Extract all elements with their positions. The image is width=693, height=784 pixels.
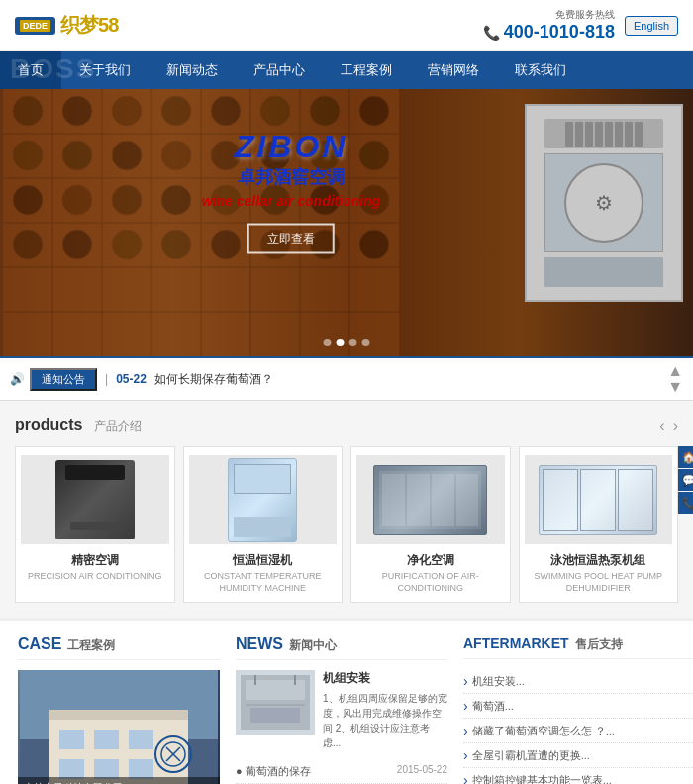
svg-point-15 [112, 96, 142, 126]
sidebar-icon-chat[interactable]: 💬 [678, 469, 693, 491]
news-featured: 机组安装 1、机组四周应保留足够的宽度，风出用完成维修操作空间 2、机组设计应注… [236, 670, 447, 750]
product-name-en-4: SWIMMING POOL HEAT PUMP DEHUMIDIFIER [525, 571, 673, 594]
aftermarket-item-2[interactable]: 葡萄酒... [463, 694, 693, 719]
case-col: CASE 工程案例 [10, 636, 228, 784]
aftermarket-col: AFTERMARKET 售后支持 机组安装... 葡萄酒... 储藏了葡萄酒空调… [455, 636, 693, 784]
svg-point-18 [260, 96, 290, 126]
news-col: NEWS 新闻中心 机组安装 1、机组四周应保留足够的宽度， [228, 636, 455, 784]
products-nav: ‹ › [659, 417, 678, 435]
banner-dot-4[interactable] [362, 339, 370, 346]
notice-date: 05-22 [116, 372, 147, 386]
three-col-section: CASE 工程案例 [0, 618, 693, 784]
product-img-1 [21, 455, 169, 544]
logo-dede-badge: DEDE [20, 20, 50, 32]
aftermarket-item-4[interactable]: 全屋引霸机置遭的更换... [463, 743, 693, 768]
products-next[interactable]: › [673, 417, 678, 435]
banner-subtitle: wine cellar air conditioning [202, 192, 380, 208]
banner-dot-2[interactable] [337, 339, 345, 346]
products-section: products 产品介绍 ‹ › 精密空调 PRECISION AIR CON… [0, 401, 693, 618]
product-card-4[interactable]: 泳池恒温热泵机组 SWIMMING POOL HEAT PUMP DEHUMID… [519, 446, 679, 603]
nav-item-home[interactable]: 首页 [0, 51, 61, 89]
product-img-2 [189, 455, 338, 544]
banner-text: ZIBON 卓邦酒窖空调 wine cellar air conditionin… [202, 128, 380, 253]
notice-sound-icon: 🔊 [10, 372, 25, 386]
product-name-cn-2: 恒温恒湿机 [189, 552, 338, 569]
banner-brand-cn: 卓邦酒窖空调 [202, 164, 380, 188]
svg-rect-52 [59, 759, 84, 779]
case-title-en: CASE [18, 636, 61, 653]
aftermarket-item-1[interactable]: 机组安装... [463, 669, 693, 694]
banner-dot-3[interactable] [349, 339, 357, 346]
svg-point-13 [13, 96, 43, 126]
products-title-cn: 产品介绍 [94, 419, 142, 433]
svg-rect-49 [59, 730, 84, 749]
news-title: NEWS 新闻中心 [236, 636, 447, 660]
hero-banner: ⚙ ZIBON 卓邦酒窖空调 wine cellar air condition… [0, 89, 693, 356]
product-name-cn-4: 泳池恒温热泵机组 [525, 552, 673, 569]
svg-point-14 [62, 96, 92, 126]
svg-point-40 [161, 230, 191, 259]
nav-item-cases[interactable]: 工程案例 [323, 51, 410, 89]
aftermarket-title-en: AFTERMARKET [463, 636, 569, 651]
sidebar-icon-phone[interactable]: 📞 [678, 492, 693, 514]
aftermarket-title-cn: 售后支持 [575, 637, 623, 653]
notice-btn[interactable]: 通知公告 [30, 368, 97, 391]
english-button[interactable]: English [625, 16, 678, 36]
news-featured-text: 机组安装 1、机组四周应保留足够的宽度，风出用完成维修操作空间 2、机组设计应注… [323, 670, 447, 750]
products-title-en: products [15, 416, 82, 433]
svg-point-32 [161, 185, 191, 215]
news-title-cn: 新闻中心 [289, 637, 337, 654]
product-card-3[interactable]: 净化空调 PURIFICATION OF AIR-CONDITIONING [350, 446, 511, 603]
banner-dot-1[interactable] [324, 339, 332, 346]
notice-bar: 🔊 通知公告 | 05-22 如何长期保存葡萄酒？ ▲ ▼ [0, 356, 693, 401]
product-name-en-3: PURIFICATION OF AIR-CONDITIONING [356, 571, 505, 594]
products-prev[interactable]: ‹ [659, 417, 664, 435]
hotline-number: 400-1010-818 [504, 22, 615, 43]
aftermarket-list: 机组安装... 葡萄酒... 储藏了葡萄酒空调怎么怎 ？... 全屋引霸机置遭的… [463, 669, 693, 784]
product-name-cn-1: 精密空调 [21, 552, 169, 569]
svg-point-21 [13, 141, 43, 170]
svg-point-39 [112, 230, 142, 259]
svg-point-24 [161, 141, 191, 170]
svg-point-38 [62, 230, 92, 259]
nav-item-contact[interactable]: 联系我们 [497, 51, 584, 89]
svg-rect-53 [94, 759, 119, 779]
product-card-1[interactable]: 精密空调 PRECISION AIR CONDITIONING [15, 446, 175, 603]
product-card-2[interactable]: 恒温恒湿机 CONSTANT TEMPERATURE HUMIDITY MACH… [183, 446, 344, 603]
nav-item-network[interactable]: 营销网络 [410, 51, 497, 89]
nav-item-products[interactable]: 产品中心 [236, 51, 323, 89]
nav-item-about[interactable]: 关于我们 [61, 51, 148, 89]
svg-rect-50 [94, 730, 119, 749]
notice-nav-arrows[interactable]: ▲ ▼ [667, 363, 683, 395]
products-header: products 产品介绍 ‹ › [15, 416, 678, 435]
news-item-1[interactable]: ● 葡萄酒的保存 2015-05-22 [236, 760, 447, 784]
notice-text: 如何长期保存葡萄酒？ [154, 371, 667, 388]
svg-point-22 [62, 141, 92, 170]
logo-area: DEDE 织梦58 [15, 12, 118, 39]
banner-cta-button[interactable]: 立即查看 [248, 223, 335, 253]
news-featured-image [236, 670, 315, 735]
product-name-cn-3: 净化空调 [356, 552, 505, 569]
aftermarket-item-5[interactable]: 控制箱控键基本功能一览表... [463, 768, 693, 784]
svg-point-16 [161, 96, 191, 126]
phone-icon: 📞 [483, 25, 500, 41]
product-name-en-2: CONSTANT TEMPERATURE HUMIDITY MACHINE [189, 571, 338, 594]
svg-point-17 [211, 96, 241, 126]
case-title-cn: 工程案例 [67, 637, 115, 654]
aftermarket-item-3[interactable]: 储藏了葡萄酒空调怎么怎 ？... [463, 719, 693, 743]
logo-text: 织梦58 [60, 12, 118, 39]
header-right: 免费服务热线 📞 400-1010-818 English [483, 8, 678, 43]
svg-point-31 [112, 185, 142, 215]
svg-point-20 [359, 96, 389, 126]
case-image: 上林电子科技有限公司 [18, 670, 220, 784]
svg-rect-51 [129, 730, 153, 749]
banner-dots [324, 339, 370, 346]
nav-item-news[interactable]: 新闻动态 [148, 51, 236, 89]
news-list: ● 葡萄酒的保存 2015-05-22 ● 储藏了葡萄酒空调怎么怎... 201… [236, 760, 447, 784]
svg-point-23 [112, 141, 142, 170]
product-img-4 [525, 455, 673, 544]
aftermarket-title: AFTERMARKET 售后支持 [463, 636, 693, 659]
sidebar-icon-home[interactable]: 🏠 [678, 446, 693, 468]
hotline-label: 免费服务热线 [555, 8, 615, 22]
product-img-3 [356, 455, 505, 544]
